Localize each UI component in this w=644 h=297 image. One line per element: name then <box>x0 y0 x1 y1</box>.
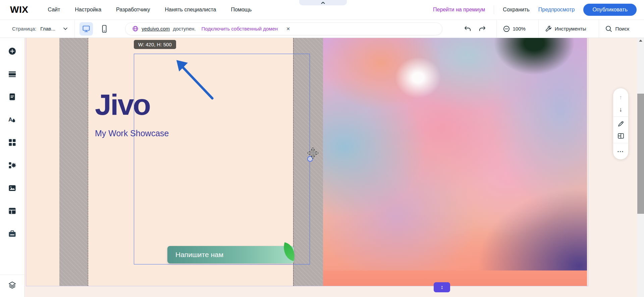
domain-status-text: доступен. <box>173 26 196 32</box>
tools-label: Инструменты <box>555 26 586 32</box>
chevron-down-icon <box>63 27 68 30</box>
search-icon <box>605 25 612 33</box>
arrow-down-icon: ↓ <box>619 106 622 113</box>
mobile-view-button[interactable] <box>98 22 111 36</box>
image-icon <box>8 184 16 192</box>
undo-icon <box>464 25 472 33</box>
left-sidebar: A <box>0 38 24 297</box>
redo-button[interactable] <box>475 25 490 33</box>
menu-developer[interactable]: Разработчику <box>116 7 150 13</box>
chat-widget-label: Напишите нам <box>167 251 223 259</box>
site-page[interactable]: Jivo My Work Showcase W: 420, H: 500 <box>26 38 588 286</box>
media-button[interactable] <box>8 184 16 192</box>
menu-settings[interactable]: Настройка <box>75 7 101 13</box>
site-domain-link[interactable]: yeduivo.com <box>142 26 170 32</box>
pages-button[interactable] <box>8 93 16 101</box>
upgrade-premium-link[interactable]: Перейти на премиум <box>433 7 485 13</box>
grid-line-left <box>88 38 88 286</box>
move-section-up-button[interactable]: ↑ <box>613 92 628 102</box>
redo-icon <box>478 25 486 33</box>
menu-help[interactable]: Помощь <box>231 7 252 13</box>
cms-button[interactable] <box>8 207 16 215</box>
app-market-button[interactable] <box>8 139 16 146</box>
toolbar-right: 100% Инструменты Поиск <box>460 20 635 38</box>
tools-button[interactable]: Инструменты <box>539 25 592 33</box>
vertical-scrollbar[interactable] <box>637 38 644 297</box>
globe-icon <box>132 26 139 32</box>
apps-gear-icon <box>8 161 16 169</box>
menu-hire-professional[interactable]: Нанять специалиста <box>165 7 216 13</box>
zoom-out-icon <box>503 25 510 33</box>
hero-section-background <box>323 270 587 286</box>
size-tooltip: W: 420, H: 500 <box>134 40 176 49</box>
page-selector-value: Глав... <box>40 26 59 32</box>
top-bar-actions: Перейти на премиум Сохранить Предпросмот… <box>433 4 637 16</box>
arrow-up-icon: ↑ <box>619 94 622 101</box>
site-url-bar[interactable]: yeduivo.com доступен. Подключить собстве… <box>125 22 442 35</box>
zoom-control[interactable]: 100% <box>497 25 532 33</box>
wix-logo[interactable]: WIX <box>10 4 28 15</box>
connect-domain-link[interactable]: Подключить собственный домен <box>201 26 278 32</box>
site-design-button[interactable]: A <box>8 116 16 123</box>
chevron-up-icon <box>321 2 325 4</box>
page-selector[interactable]: Страница: Глав... <box>12 26 68 32</box>
search-button[interactable]: Поиск <box>599 25 635 33</box>
menu-site[interactable]: Сайт <box>48 7 60 13</box>
chat-widget[interactable]: Напишите нам <box>167 246 294 263</box>
editor-toolbar: Страница: Глав... yedui <box>0 20 644 38</box>
my-apps-button[interactable] <box>8 161 16 169</box>
site-sections-button[interactable] <box>8 70 16 78</box>
divider <box>494 5 494 14</box>
table-icon <box>8 207 16 215</box>
layout-button[interactable] <box>613 131 628 141</box>
editor-canvas: Jivo My Work Showcase W: 420, H: 500 <box>24 38 637 297</box>
wix-editor: WIX Сайт Настройка Разработчику Нанять с… <box>0 0 644 297</box>
hero-holographic-image[interactable] <box>323 38 587 286</box>
margin-column-left <box>59 38 88 286</box>
collapse-panel-tab[interactable] <box>299 0 347 5</box>
grid-icon <box>8 139 16 146</box>
scroll-up-icon[interactable] <box>639 40 642 42</box>
more-icon: ... <box>618 149 624 152</box>
section-action-toolbar: ↑ ↓ ... <box>613 88 628 159</box>
desktop-icon <box>82 25 90 33</box>
zoom-level: 100% <box>513 26 526 32</box>
page-icon <box>8 93 16 101</box>
edit-section-button[interactable] <box>613 119 628 129</box>
divider <box>74 20 75 38</box>
layers-icon <box>8 281 16 289</box>
desktop-view-button[interactable] <box>79 22 93 36</box>
selected-element-outline[interactable] <box>134 54 310 264</box>
theme-icon: A <box>8 116 16 123</box>
pencil-icon <box>618 120 624 127</box>
divider <box>613 143 628 143</box>
close-icon[interactable]: ✕ <box>286 26 290 32</box>
search-label: Поиск <box>615 26 629 32</box>
mobile-icon <box>102 25 107 33</box>
add-elements-button[interactable] <box>8 47 16 55</box>
add-icon <box>8 47 16 55</box>
move-cursor-icon <box>307 147 319 159</box>
undo-button[interactable] <box>460 25 475 33</box>
layers-button[interactable] <box>8 281 16 289</box>
resize-vertical-icon: ↕ <box>441 284 443 290</box>
business-tools-button[interactable] <box>8 230 16 238</box>
preview-button[interactable]: Предпросмотр <box>538 7 575 13</box>
top-menu: Сайт Настройка Разработчику Нанять специ… <box>48 7 252 13</box>
more-actions-button[interactable]: ... <box>613 145 628 155</box>
layout-icon <box>618 133 624 139</box>
sections-icon <box>8 70 16 78</box>
divider <box>613 116 628 117</box>
sidebar-divider <box>0 275 24 275</box>
section-stretch-button[interactable]: ↕ <box>434 282 450 292</box>
page-selector-label: Страница: <box>12 26 36 32</box>
publish-button[interactable]: Опубликовать <box>583 4 637 16</box>
move-section-down-button[interactable]: ↓ <box>613 104 628 114</box>
scrollbar-thumb[interactable] <box>637 94 644 214</box>
svg-text:A: A <box>8 116 12 122</box>
wrench-icon <box>545 25 552 33</box>
save-button[interactable]: Сохранить <box>503 7 530 13</box>
briefcase-icon <box>8 230 16 238</box>
